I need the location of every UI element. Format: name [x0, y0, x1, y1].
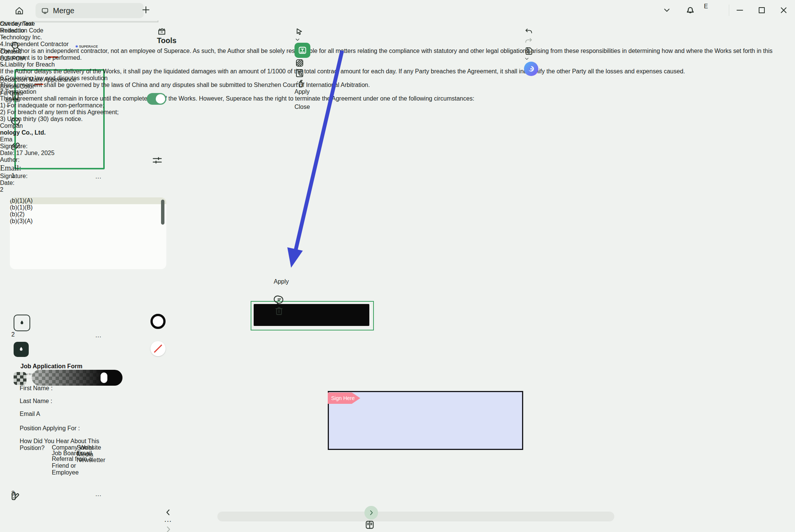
thumb3-field-box	[54, 408, 93, 414]
page-layout-button[interactable]	[364, 520, 615, 530]
opacity-gradient	[32, 370, 122, 386]
appearance-title: Redaction Mark Appearance	[0, 76, 157, 83]
content-settings-button[interactable]	[151, 154, 163, 166]
page-controls-toolbar: 1 /8 100% 1:1	[359, 506, 621, 529]
chevron-right-icon	[164, 525, 172, 532]
presentation-icon	[364, 530, 376, 532]
spray-bottle-icon	[294, 78, 305, 88]
tab-merge[interactable]: Merge	[36, 3, 144, 18]
search-redact-button[interactable]	[294, 68, 481, 78]
fill-color-value-none[interactable]	[150, 341, 166, 356]
opacity-slider[interactable]	[32, 370, 122, 386]
sidebar-item-swatches[interactable]	[9, 490, 21, 502]
ai-assistant-button[interactable]	[524, 62, 538, 76]
titlebar-divider	[729, 5, 729, 16]
nav-more-button[interactable]: ···	[164, 516, 224, 525]
no-fill-icon	[150, 341, 166, 356]
redact-overlay-tool-button[interactable]	[294, 43, 310, 58]
droplet-icon	[18, 319, 26, 327]
hatched-square-icon	[294, 58, 305, 68]
code-item[interactable]: (b)(1)(B)	[10, 204, 166, 211]
redaction-codes-list: (b)(1)(A) (b)(1)(B) (b)(2) (b)(3)(A)	[10, 197, 166, 269]
overlay-text-toggle[interactable]	[147, 93, 166, 105]
border-color-label: Border Color	[0, 83, 157, 90]
save-chevron[interactable]	[524, 56, 610, 62]
thumb3-bottom-box	[20, 464, 76, 483]
apply-redaction-button[interactable]: Apply	[274, 278, 298, 294]
close-window-button[interactable]	[779, 5, 789, 15]
redo-button[interactable]	[524, 37, 610, 46]
titlebar-chevron[interactable]	[662, 7, 671, 14]
fill-color-label: Fill Color	[0, 90, 157, 97]
comment-bubble-icon	[274, 294, 285, 306]
opacity-slider-handle[interactable]	[101, 372, 107, 383]
code-item-selected[interactable]: (b)(1)(A)	[10, 197, 166, 204]
list-scrollbar-thumb[interactable]	[161, 200, 164, 225]
doc-page-number: 2	[0, 186, 795, 193]
opacity-icon	[14, 372, 26, 385]
content-standard-dropdown[interactable]: U.S.FOIA	[0, 55, 157, 76]
doc-company-left: Compan	[0, 123, 795, 129]
minimize-button[interactable]	[735, 5, 745, 15]
chevron-down-icon	[0, 34, 6, 40]
redact-fill-tool-button[interactable]	[294, 58, 481, 68]
swatches-icon	[9, 490, 21, 502]
thumb3-stray-box	[29, 408, 44, 414]
expand-controls-button[interactable]	[364, 506, 378, 520]
overlay-text-label: Overlay Text	[0, 20, 157, 27]
content-label: Content	[0, 48, 157, 55]
doc-email-label: Ema	[0, 136, 795, 143]
close-icon	[779, 5, 789, 15]
undo-button[interactable]	[524, 27, 610, 37]
chevron-down-icon	[294, 37, 301, 43]
doc-date2-label: Date:	[0, 180, 795, 186]
sanitize-button[interactable]	[294, 78, 481, 88]
chevron-down-icon	[5, 104, 11, 109]
code-item[interactable]: (b)(3)(A)	[10, 218, 166, 225]
chevron-down-icon	[0, 62, 6, 68]
close-button[interactable]: Close	[294, 104, 319, 118]
doc-company-right: nology Co., Ltd.	[0, 129, 795, 136]
tools-label: Tools	[157, 36, 177, 45]
maximize-button[interactable]	[757, 5, 767, 15]
redact-overlay-icon	[298, 45, 307, 55]
search-document-icon	[294, 68, 305, 78]
document-tab-icon	[41, 6, 49, 15]
code-item[interactable]: (b)(2)	[10, 211, 166, 218]
save-icon	[524, 46, 534, 56]
avatar-initial: E	[704, 3, 708, 9]
delete-button[interactable]	[274, 306, 355, 316]
comment-button[interactable]	[274, 294, 355, 306]
opacity-value: 89%	[5, 97, 17, 103]
notifications-button[interactable]	[684, 4, 696, 16]
content-standard-value: U.S.FOIA	[0, 55, 26, 62]
home-icon	[14, 6, 24, 16]
nav-forward-button[interactable]	[164, 525, 224, 532]
nav-back-button[interactable]	[164, 508, 224, 516]
thumb3-stray-box	[41, 399, 56, 404]
thumb2-more-button[interactable]: ···	[95, 333, 101, 340]
new-tab-button[interactable]	[141, 5, 151, 15]
save-button[interactable]	[524, 46, 610, 56]
presentation-button[interactable]	[364, 530, 615, 532]
redaction-code-dropdown[interactable]: Redaction Code	[0, 27, 157, 48]
border-color-icon	[14, 315, 30, 331]
thumb3-field-label: First Name :	[20, 385, 53, 392]
doc-signature2-label: Signature:	[0, 173, 795, 180]
two-page-view-icon	[364, 520, 375, 530]
border-color-value[interactable]	[150, 314, 166, 329]
apply-button[interactable]: Apply	[294, 88, 319, 104]
sliders-icon	[151, 154, 163, 166]
thumb3-more-button[interactable]: ···	[95, 492, 101, 499]
history-nav-pill: ···	[160, 508, 228, 529]
opacity-dropdown[interactable]: 89%	[0, 97, 39, 113]
doc-signature-label: Signature:	[0, 143, 795, 150]
home-button[interactable]	[10, 3, 28, 18]
avatar[interactable]: E	[704, 3, 708, 10]
tools-button[interactable]: Tools	[157, 26, 199, 46]
undo-icon	[524, 27, 533, 37]
thumb3-title: Job Application Form	[20, 363, 82, 370]
fill-color-icon	[14, 342, 29, 357]
minimize-icon	[735, 5, 745, 15]
plus-icon	[141, 5, 151, 15]
